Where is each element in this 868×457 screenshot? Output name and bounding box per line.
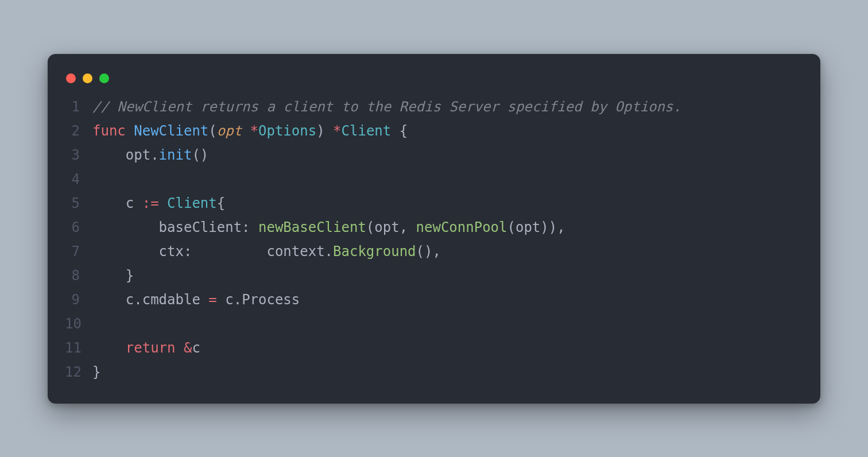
code-token: ( xyxy=(208,123,216,139)
line-number: 8 xyxy=(65,264,92,288)
code-line: 7 ctx: context.Background(), xyxy=(65,239,803,264)
code-token xyxy=(250,219,258,235)
code-token: newBaseClient xyxy=(258,219,366,235)
code-token: // NewClient returns a client to the Red… xyxy=(92,99,681,115)
code-token xyxy=(217,292,225,308)
line-number: 5 xyxy=(65,191,92,215)
code-token: () xyxy=(416,243,433,260)
code-line: 9 c.cmdable = c.Process xyxy=(65,288,803,312)
line-number: 6 xyxy=(65,215,92,239)
code-token xyxy=(92,195,126,211)
code-token: ctx xyxy=(159,243,184,260)
code-line: 2func NewClient(opt *Options) *Client { xyxy=(65,119,803,143)
code-source: c.cmdable = c.Process xyxy=(92,288,803,312)
code-token: context xyxy=(266,243,324,260)
code-token: ) xyxy=(316,123,324,139)
code-token: := xyxy=(142,195,159,211)
code-token xyxy=(159,195,167,211)
code-line: 11 return &c xyxy=(65,336,803,360)
code-token: ( xyxy=(507,219,516,235)
code-token xyxy=(92,243,159,260)
code-token: baseClient xyxy=(159,219,242,235)
code-token: cmdable xyxy=(142,292,200,308)
code-token: Options xyxy=(258,123,316,139)
line-number: 1 xyxy=(65,95,92,119)
code-block: 1// NewClient returns a client to the Re… xyxy=(65,95,803,384)
code-source: return &c xyxy=(92,336,803,360)
code-source: opt.init() xyxy=(92,143,803,167)
code-source xyxy=(92,312,803,336)
window-titlebar xyxy=(65,70,803,95)
line-number: 12 xyxy=(65,360,92,384)
code-token xyxy=(200,292,208,308)
code-token: , xyxy=(432,243,440,260)
code-token: c xyxy=(225,292,233,308)
code-line: 8 } xyxy=(65,264,803,288)
code-token: newConnPool xyxy=(416,219,507,235)
code-token: c xyxy=(126,292,134,308)
code-token: : xyxy=(184,243,192,260)
code-token: & xyxy=(184,340,192,356)
code-token: : xyxy=(242,219,250,235)
code-token xyxy=(92,292,126,308)
code-token: Process xyxy=(242,292,300,308)
line-number: 7 xyxy=(65,239,92,264)
code-token: NewClient xyxy=(134,123,208,139)
code-token: . xyxy=(134,292,142,308)
code-line: 4 xyxy=(65,167,803,191)
minimize-icon[interactable] xyxy=(83,73,92,83)
code-token: opt xyxy=(217,123,242,139)
line-number: 9 xyxy=(65,288,92,312)
code-token: . xyxy=(234,292,242,308)
code-token: . xyxy=(325,243,333,260)
code-token xyxy=(126,123,134,139)
code-token xyxy=(92,268,126,284)
code-token xyxy=(408,219,416,235)
code-source: func NewClient(opt *Options) *Client { xyxy=(92,119,803,143)
code-source: // NewClient returns a client to the Red… xyxy=(92,95,803,119)
stage: 1// NewClient returns a client to the Re… xyxy=(0,0,868,457)
code-token: opt xyxy=(374,219,399,235)
code-token: c xyxy=(126,195,134,211)
code-token xyxy=(92,147,126,163)
code-line: 6 baseClient: newBaseClient(opt, newConn… xyxy=(65,215,803,239)
line-number: 2 xyxy=(65,119,92,143)
code-token: . xyxy=(150,147,158,163)
line-number: 10 xyxy=(65,312,92,336)
code-source xyxy=(92,167,803,191)
code-token: { xyxy=(400,123,408,139)
code-token xyxy=(92,219,159,235)
code-token xyxy=(176,340,184,356)
code-token: = xyxy=(208,292,216,308)
code-source: ctx: context.Background(), xyxy=(92,239,803,264)
line-number: 3 xyxy=(65,143,92,167)
code-token: return xyxy=(126,340,176,356)
code-token: ( xyxy=(366,219,374,235)
zoom-icon[interactable] xyxy=(99,73,109,83)
code-token: Client xyxy=(167,195,217,211)
code-token: func xyxy=(92,123,126,139)
code-token: () xyxy=(192,147,208,163)
code-source: c := Client{ xyxy=(92,191,803,215)
code-token xyxy=(92,340,126,356)
code-token: * xyxy=(333,123,341,139)
code-token: opt xyxy=(126,147,150,163)
code-token: Client xyxy=(342,123,392,139)
code-token: init xyxy=(159,147,192,163)
line-number: 4 xyxy=(65,167,92,191)
code-token: * xyxy=(250,123,258,139)
code-line: 1// NewClient returns a client to the Re… xyxy=(65,95,803,119)
code-line: 5 c := Client{ xyxy=(65,191,803,215)
code-token: opt xyxy=(516,219,540,235)
code-token xyxy=(391,123,399,139)
code-token: , xyxy=(557,219,565,235)
code-token: { xyxy=(217,195,225,211)
editor-window: 1// NewClient returns a client to the Re… xyxy=(48,54,820,404)
code-source: } xyxy=(92,264,803,288)
code-line: 10 xyxy=(65,312,803,336)
code-token: )) xyxy=(540,219,557,235)
close-icon[interactable] xyxy=(66,73,76,83)
code-token xyxy=(192,243,266,260)
code-line: 3 opt.init() xyxy=(65,143,803,167)
code-source: baseClient: newBaseClient(opt, newConnPo… xyxy=(92,215,803,239)
